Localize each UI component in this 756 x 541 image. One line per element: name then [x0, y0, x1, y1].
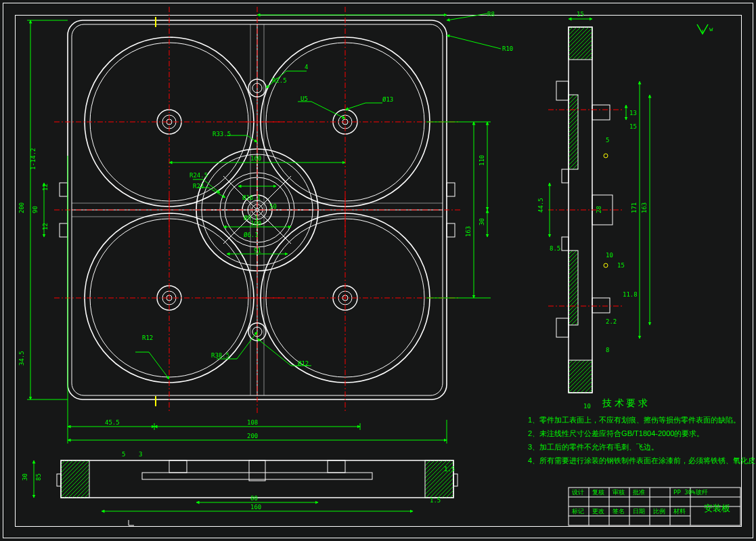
dim-r10: R10	[502, 45, 513, 52]
svg-text:w: w	[709, 26, 713, 33]
dim-d6: Ø6.1	[244, 232, 259, 238]
note-1: 1、零件加工表面上，不应有划痕、擦伤等损伤零件表面的缺陷。	[528, 416, 740, 424]
svg-text:设计: 设计	[572, 489, 584, 496]
dim-bot-85: 85	[35, 473, 42, 481]
dim-sec-445: 44.5	[537, 198, 544, 213]
dim-sec-28: 28	[596, 206, 602, 213]
tb-std: PP 30%玻纤	[673, 489, 708, 496]
dim-200: 200	[247, 433, 258, 439]
svg-rect-99	[328, 460, 345, 473]
svg-rect-77	[556, 81, 569, 100]
dim-200v: 200	[18, 202, 25, 213]
dim-12a: 12	[42, 183, 49, 191]
dim-142: 1-14.2	[30, 148, 37, 170]
dim-u5: U5	[301, 95, 308, 102]
svg-text:签名: 签名	[613, 508, 625, 515]
dim-sec-85: 8.5	[550, 245, 560, 252]
dim-163: 163	[465, 226, 472, 237]
dim-455: 45.5	[105, 419, 120, 426]
dim-110: 110	[479, 155, 485, 166]
svg-rect-81	[592, 298, 610, 313]
svg-rect-78	[556, 318, 569, 337]
tech-requirements: 技 术 要 求 1、零件加工表面上，不应有划痕、擦伤等损伤零件表面的缺陷。 2、…	[528, 398, 756, 464]
dim-r12: R12	[142, 334, 153, 341]
dim-sec-15: 15	[577, 11, 584, 18]
svg-rect-76	[569, 251, 578, 325]
svg-text:审核: 审核	[613, 489, 625, 496]
dim-sec-15c: 15	[617, 262, 625, 269]
note-4: 4、所有需要进行涂装的钢铁制件表面在涂漆前，必须将铁锈、氧化皮。	[528, 456, 756, 464]
dim-d50: 50	[269, 203, 277, 210]
dim-r23: R23	[193, 183, 204, 190]
dim-30: 30	[479, 218, 485, 225]
dim-sec-22: 2.2	[606, 318, 617, 325]
dim-bot-3: 3	[139, 451, 142, 458]
dim-12b: 12	[42, 223, 49, 230]
svg-text:复核: 复核	[592, 489, 604, 496]
dim-345: 34.5	[18, 351, 25, 366]
side-tab-r1	[447, 183, 455, 196]
svg-rect-100	[249, 460, 265, 481]
dim-sec-10b: 10	[583, 403, 591, 410]
side-tab-l1	[60, 183, 68, 196]
svg-text:材料: 材料	[673, 508, 686, 515]
dim-sec-171: 171	[631, 202, 638, 213]
dim-bot-5: 5	[122, 451, 125, 458]
tb-part: 安装板	[704, 503, 730, 513]
dim-bot-160: 160	[250, 504, 261, 511]
svg-rect-83	[562, 237, 569, 251]
dim-r8: R8	[487, 11, 495, 18]
svg-text:标记: 标记	[571, 508, 584, 515]
dim-sec-8: 8	[606, 347, 609, 353]
dim-sec-163: 163	[641, 202, 648, 213]
side-tab-l2	[60, 223, 68, 237]
notes-heading: 技 术 要 求	[602, 398, 648, 408]
dim-d12: Ø12	[298, 360, 309, 367]
dim-90v: 90	[32, 206, 39, 213]
dim-108: 108	[247, 419, 258, 426]
dim-bot-15: 1.5	[444, 466, 455, 473]
dim-sec-13: 13	[629, 110, 637, 116]
dim-d4: 4	[305, 64, 308, 70]
note-2: 2、未注线性尺寸公差应符合GB/T1804-2000的要求。	[528, 429, 704, 437]
dim-d160: 160	[250, 155, 261, 162]
dim-sec-118: 11.8	[623, 291, 638, 298]
dim-d100: 100	[250, 220, 261, 227]
svg-rect-75	[569, 95, 578, 169]
note-3: 3、加工后的零件不允许有毛刺、飞边。	[528, 443, 659, 451]
cad-canvas: R8 R10 4 R2.5 Ø13 U5 R33.5 160 R24.5 R23…	[0, 0, 756, 541]
svg-rect-101	[57, 474, 61, 486]
circle-bot-left	[54, 196, 284, 413]
dim-bot-80: 80	[250, 495, 258, 502]
dim-d91: 91	[254, 247, 261, 254]
svg-point-87	[604, 154, 608, 158]
dim-sec-5: 5	[606, 137, 609, 144]
title-block: PP 30%玻纤 安装板 设计 复核 审核 批准 标记 更改 签名 日期 比例 …	[569, 488, 740, 525]
dim-r385: R38.5	[211, 352, 229, 359]
svg-text:比例: 比例	[653, 508, 665, 515]
svg-text:更改: 更改	[592, 508, 604, 515]
svg-text:日期: 日期	[633, 508, 645, 515]
svg-point-88	[604, 263, 608, 267]
svg-rect-79	[592, 105, 610, 120]
dim-d16: Ø16.1	[242, 194, 261, 201]
svg-rect-73	[569, 27, 592, 60]
dim-r25: R2.5	[272, 77, 287, 84]
svg-rect-102	[453, 474, 458, 486]
svg-rect-98	[169, 460, 187, 473]
svg-text:批准: 批准	[633, 489, 645, 496]
svg-rect-95	[61, 460, 89, 498]
surface-finish-symbol: w	[697, 24, 713, 34]
dim-bot-30: 30	[22, 473, 28, 481]
dim-bot-15b: 1.5	[430, 497, 441, 504]
dim-d13: Ø13	[382, 96, 393, 103]
svg-rect-97	[142, 473, 372, 479]
drawing-vectors: R8 R10 4 R2.5 Ø13 U5 R33.5 160 R24.5 R23…	[0, 0, 756, 541]
side-tab-r2	[447, 223, 455, 237]
svg-rect-82	[562, 169, 569, 183]
dim-r245: R24.5	[190, 172, 208, 179]
dim-sec-10: 10	[606, 252, 613, 259]
svg-rect-74	[569, 360, 592, 393]
dim-sec-15b: 15	[629, 123, 637, 130]
dim-r335: R33.5	[213, 131, 231, 137]
